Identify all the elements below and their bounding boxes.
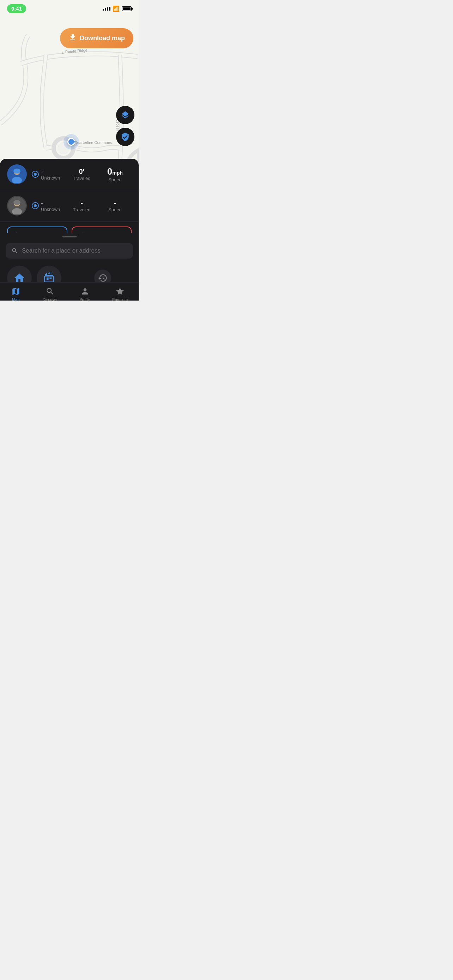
tracker-1-traveled: 0′ Traveled	[65, 167, 98, 181]
sheet-handle	[62, 235, 76, 237]
tracker-2-traveled-value: -	[80, 199, 83, 207]
tracker-1-dash: -	[41, 168, 60, 175]
tab-profile[interactable]: Profile	[79, 287, 90, 291]
signal-icon	[103, 7, 110, 11]
tab-premium-label: Premium	[112, 298, 128, 301]
svg-point-10	[13, 169, 21, 173]
tab-discover-label: Discover	[43, 298, 58, 301]
profile-tab-icon	[80, 287, 90, 296]
map-overlay-buttons	[116, 106, 134, 146]
layers-button[interactable]	[116, 106, 134, 124]
svg-rect-15	[46, 278, 49, 280]
svg-point-14	[13, 200, 21, 205]
tab-profile-label: Profile	[79, 298, 90, 301]
wifi-icon: 📶	[113, 5, 119, 12]
map-tab-icon	[11, 287, 21, 296]
tracker-1-speed-value: 0mph	[107, 166, 123, 177]
tracker-1-info: - Unknown	[32, 168, 65, 181]
premium-tab-icon	[115, 287, 125, 296]
tracker-2-speed: - Speed	[99, 199, 132, 212]
tracker-row-2: - Unknown - Traveled - Speed	[0, 190, 139, 221]
svg-rect-16	[49, 278, 51, 279]
shield-button[interactable]	[116, 128, 134, 146]
tracker-1-traveled-value: 0′	[79, 167, 85, 176]
download-map-button[interactable]: Download map	[60, 28, 134, 48]
tracker-1-label: Unknown	[41, 175, 60, 181]
tracker-1-speed: 0mph Speed	[99, 166, 132, 182]
tracker-2-dash: -	[41, 200, 60, 207]
status-icons: 📶	[103, 5, 132, 12]
status-bar: 9:41 📶	[0, 0, 139, 16]
svg-text:Quarterline Commons: Quarterline Commons	[74, 140, 112, 145]
tab-discover[interactable]: Discover	[43, 287, 58, 291]
tracker-1-traveled-label: Traveled	[73, 176, 90, 181]
radio-icon-2	[32, 202, 39, 209]
tracker-1-speed-label: Speed	[108, 177, 122, 182]
radio-icon-1	[32, 171, 39, 178]
tab-premium[interactable]: Premium	[112, 287, 128, 291]
battery-icon	[122, 6, 132, 11]
status-time: 9:41	[7, 4, 26, 13]
tracker-2-speed-value: -	[114, 199, 116, 207]
location-dot	[64, 134, 79, 150]
discover-tab-icon	[45, 287, 55, 296]
avatar-2	[7, 196, 27, 216]
search-input[interactable]	[22, 247, 127, 255]
tracker-2-traveled: - Traveled	[65, 199, 98, 212]
tracker-2-speed-label: Speed	[108, 207, 122, 212]
tab-map[interactable]: Map	[11, 287, 21, 291]
download-map-label: Download map	[80, 35, 125, 42]
tracker-row-1: - Unknown 0′ Traveled 0mph Speed	[0, 159, 139, 190]
tab-map-label: Map	[12, 298, 19, 301]
search-bar[interactable]	[6, 243, 133, 259]
tracker-2-traveled-label: Traveled	[73, 207, 90, 212]
avatar-1	[7, 164, 27, 184]
tab-bar: Map Discover Profile Premium	[0, 282, 139, 301]
tracker-2-label: Unknown	[41, 207, 60, 212]
search-icon	[11, 247, 18, 255]
download-icon	[68, 33, 77, 43]
tracker-2-info: - Unknown	[32, 200, 65, 212]
